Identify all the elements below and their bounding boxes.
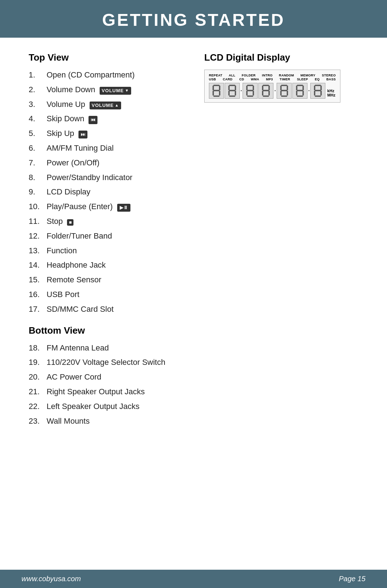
lcd-labels-row1: REPEAT ALL FOLDER INTRO RANDOM MEMORY ST… (209, 74, 336, 77)
item-number: 21. (29, 386, 47, 398)
lcd-dot-2: · (274, 88, 276, 94)
svg-rect-31 (281, 90, 287, 91)
lcd-dot-1: · (240, 88, 242, 94)
svg-rect-27 (263, 95, 269, 97)
svg-rect-23 (269, 86, 270, 90)
list-item: 1. Open (CD Compartment) (29, 70, 183, 81)
volume-down-badge: VOLUME ▼ (100, 87, 132, 95)
svg-rect-45 (315, 90, 321, 91)
svg-rect-9 (235, 86, 236, 90)
item-text: Open (CD Compartment) (47, 70, 135, 81)
lcd-units: kHz MHz (327, 89, 335, 97)
svg-rect-40 (302, 91, 304, 95)
svg-rect-0 (214, 85, 220, 86)
list-item: 5. Skip Up ⏭ (29, 128, 183, 139)
item-number: 13. (29, 245, 47, 257)
list-item: 16. USB Port (29, 289, 183, 300)
svg-rect-18 (247, 91, 248, 95)
list-item: 3. Volume Up VOLUME ▲ (29, 99, 183, 110)
list-item: 9. LCD Display (29, 187, 183, 198)
lcd-digit-2 (225, 83, 240, 99)
item-text: Remote Sensor (47, 274, 101, 286)
item-number: 19. (29, 357, 47, 368)
lcd-digits-row: · (209, 83, 336, 99)
item-number: 4. (29, 113, 47, 124)
list-item: 21. Right Speaker Output Jacks (29, 386, 183, 398)
lcd-display-title: LCD Digital Display (204, 52, 358, 63)
mhz-label: MHz (327, 93, 335, 97)
item-number: 6. (29, 143, 47, 154)
svg-rect-30 (287, 86, 288, 90)
list-item: 17. SD/MMC Card Slot (29, 304, 183, 315)
svg-rect-14 (247, 85, 253, 86)
svg-rect-41 (297, 95, 303, 97)
svg-rect-43 (314, 86, 316, 90)
list-item: 20. AC Power Cord (29, 372, 183, 383)
item-text: Power/Standby Indicator (47, 172, 133, 183)
svg-rect-12 (235, 91, 236, 95)
svg-rect-32 (280, 91, 282, 95)
play-pause-badge: ▶⏸ (117, 204, 130, 212)
page-footer: www.cobyusa.com Page 15 (0, 570, 387, 588)
segment-digit-icon (279, 84, 289, 97)
item-text: Skip Down ⏮ (47, 113, 97, 124)
item-text: Function (47, 245, 77, 257)
item-text: Headphone Jack (47, 260, 106, 271)
svg-rect-33 (287, 91, 288, 95)
main-content: Top View 1. Open (CD Compartment) 2. Vol… (0, 38, 387, 459)
item-text: Wall Mounts (47, 416, 90, 427)
lcd-digit-6 (292, 83, 307, 99)
bottom-view-list: 18. FM Antenna Lead 19. 110/220V Voltage… (29, 343, 183, 427)
svg-rect-36 (296, 86, 297, 90)
lcd-dot-3: · (308, 88, 310, 94)
svg-rect-2 (219, 86, 220, 90)
list-item: 11. Stop ■ (29, 216, 183, 227)
list-item: 8. Power/Standby Indicator (29, 172, 183, 183)
svg-rect-48 (315, 95, 321, 97)
svg-rect-34 (281, 95, 287, 97)
item-number: 18. (29, 343, 47, 354)
skip-up-badge: ⏭ (78, 131, 87, 138)
segment-digit-icon (313, 84, 323, 97)
skip-down-badge: ⏮ (89, 116, 97, 124)
item-number: 22. (29, 401, 47, 412)
item-number: 7. (29, 157, 47, 169)
item-text: Stop ■ (47, 216, 73, 227)
svg-rect-6 (214, 95, 220, 97)
right-column: LCD Digital Display REPEAT ALL FOLDER IN… (197, 52, 358, 430)
footer-page: Page 15 (339, 575, 366, 583)
item-text: Play/Pause (Enter) ▶⏸ (47, 201, 130, 212)
volume-up-badge: VOLUME ▲ (90, 102, 121, 109)
item-number: 17. (29, 304, 47, 315)
lcd-display: REPEAT ALL FOLDER INTRO RANDOM MEMORY ST… (204, 70, 340, 103)
svg-rect-16 (253, 86, 254, 90)
segment-digit-icon (227, 84, 237, 97)
item-text: FM Antenna Lead (47, 343, 109, 354)
item-number: 9. (29, 187, 47, 198)
lcd-digit-3 (243, 83, 258, 99)
left-column: Top View 1. Open (CD Compartment) 2. Vol… (29, 52, 197, 430)
item-number: 2. (29, 84, 47, 95)
item-number: 15. (29, 274, 47, 286)
lcd-digit-4 (258, 83, 273, 99)
lcd-digit-1 (209, 83, 224, 99)
list-item: 6. AM/FM Tuning Dial (29, 143, 183, 154)
arrow-up-icon: ▲ (115, 103, 119, 108)
page-header: GETTING STARTED (0, 0, 387, 38)
item-number: 12. (29, 231, 47, 242)
list-item: 4. Skip Down ⏮ (29, 113, 183, 124)
lcd-digit-5 (277, 83, 292, 99)
list-item: 7. Power (On/Off) (29, 157, 183, 169)
item-text: AC Power Cord (47, 372, 101, 383)
list-item: 23. Wall Mounts (29, 416, 183, 427)
item-text: Folder/Tuner Band (47, 231, 112, 242)
svg-rect-7 (229, 85, 235, 86)
item-text: LCD Display (47, 187, 90, 198)
item-number: 1. (29, 70, 47, 81)
list-item: 18. FM Antenna Lead (29, 343, 183, 354)
list-item: 2. Volume Down VOLUME ▼ (29, 84, 183, 95)
svg-rect-24 (263, 90, 269, 91)
svg-rect-26 (269, 91, 270, 95)
stop-badge: ■ (67, 219, 73, 226)
lcd-digit-7 (310, 83, 325, 99)
